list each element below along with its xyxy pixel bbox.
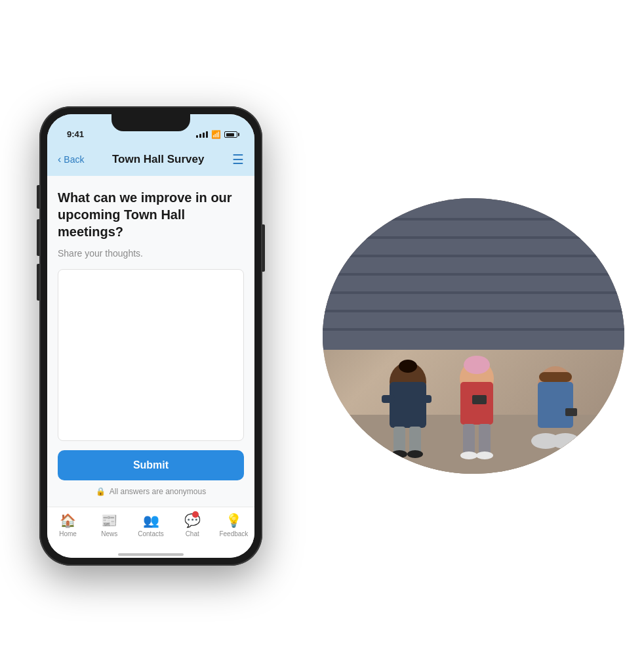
tab-chat-label: Chat bbox=[186, 530, 199, 537]
back-label: Back bbox=[64, 154, 84, 165]
svg-rect-1 bbox=[323, 218, 624, 220]
lock-icon: 🔒 bbox=[96, 487, 106, 496]
phone-screen: 9:41 📶 ‹ Back Town Hall Survey bbox=[47, 114, 254, 558]
svg-rect-21 bbox=[472, 395, 487, 404]
svg-point-24 bbox=[460, 452, 477, 459]
tab-bar: 🏠 Home 📰 News 👥 Contacts 💬 Chat � bbox=[47, 507, 254, 554]
tab-feedback[interactable]: 💡 Feedback bbox=[213, 513, 254, 537]
wifi-icon: 📶 bbox=[211, 130, 221, 139]
survey-content: What can we improve in our upcoming Town… bbox=[47, 176, 254, 507]
response-textarea-container bbox=[58, 269, 244, 441]
tab-news[interactable]: 📰 News bbox=[89, 513, 130, 537]
svg-point-19 bbox=[464, 356, 490, 374]
scene: 9:41 📶 ‹ Back Town Hall Survey bbox=[0, 0, 644, 672]
svg-rect-7 bbox=[323, 328, 624, 331]
response-textarea[interactable] bbox=[58, 270, 243, 440]
svg-rect-28 bbox=[538, 382, 573, 428]
volume-up-button bbox=[37, 219, 39, 256]
home-indicator bbox=[47, 554, 254, 558]
svg-point-30 bbox=[551, 433, 580, 449]
tab-feedback-label: Feedback bbox=[219, 530, 248, 537]
power-button bbox=[262, 224, 265, 272]
status-icons: 📶 bbox=[196, 130, 241, 139]
svg-rect-23 bbox=[479, 424, 491, 453]
page-title: Town Hall Survey bbox=[112, 153, 204, 166]
signal-icon bbox=[196, 131, 208, 138]
tab-chat[interactable]: 💬 Chat bbox=[172, 513, 213, 537]
battery-icon bbox=[224, 131, 237, 138]
svg-rect-14 bbox=[393, 427, 405, 453]
svg-rect-4 bbox=[323, 273, 624, 276]
svg-rect-6 bbox=[323, 310, 624, 312]
svg-point-25 bbox=[476, 452, 493, 459]
svg-rect-12 bbox=[382, 395, 395, 403]
phone: 9:41 📶 ‹ Back Town Hall Survey bbox=[39, 106, 262, 566]
volume-down-button bbox=[37, 264, 39, 301]
tab-contacts[interactable]: 👥 Contacts bbox=[130, 513, 171, 537]
tab-home[interactable]: 🏠 Home bbox=[47, 513, 89, 537]
tab-news-label: News bbox=[101, 530, 117, 537]
feedback-icon: 💡 bbox=[226, 513, 242, 528]
svg-rect-5 bbox=[323, 291, 624, 294]
svg-rect-13 bbox=[420, 395, 432, 403]
home-icon: 🏠 bbox=[60, 513, 76, 528]
svg-point-10 bbox=[399, 360, 417, 373]
oval-photo bbox=[323, 198, 624, 474]
back-button[interactable]: ‹ Back bbox=[58, 154, 84, 165]
tab-contacts-label: Contacts bbox=[138, 530, 163, 537]
status-time: 9:41 bbox=[60, 129, 84, 139]
submit-button[interactable]: Submit bbox=[58, 450, 244, 480]
svg-point-17 bbox=[407, 450, 423, 458]
svg-point-16 bbox=[392, 450, 407, 458]
survey-question: What can we improve in our upcoming Town… bbox=[58, 189, 244, 240]
svg-rect-3 bbox=[323, 255, 624, 257]
svg-rect-11 bbox=[390, 382, 426, 428]
chevron-left-icon: ‹ bbox=[58, 154, 61, 165]
svg-rect-32 bbox=[585, 441, 594, 453]
anonymous-note: 🔒 All answers are anonymous bbox=[58, 487, 244, 496]
navigation-bar: ‹ Back Town Hall Survey ☰ bbox=[47, 143, 254, 176]
svg-rect-27 bbox=[539, 372, 572, 382]
svg-rect-15 bbox=[409, 427, 421, 453]
news-icon: 📰 bbox=[101, 513, 117, 528]
home-bar bbox=[118, 553, 184, 556]
svg-rect-31 bbox=[565, 408, 577, 416]
tab-home-label: Home bbox=[59, 530, 77, 537]
svg-rect-22 bbox=[463, 424, 475, 453]
menu-icon[interactable]: ☰ bbox=[232, 152, 244, 167]
svg-rect-2 bbox=[323, 236, 624, 239]
survey-subtitle: Share your thoughts. bbox=[58, 248, 244, 259]
chat-badge bbox=[192, 511, 199, 518]
contacts-icon: 👥 bbox=[143, 513, 159, 528]
silent-button bbox=[37, 185, 39, 209]
notch bbox=[111, 114, 190, 131]
anonymous-text: All answers are anonymous bbox=[110, 487, 206, 496]
